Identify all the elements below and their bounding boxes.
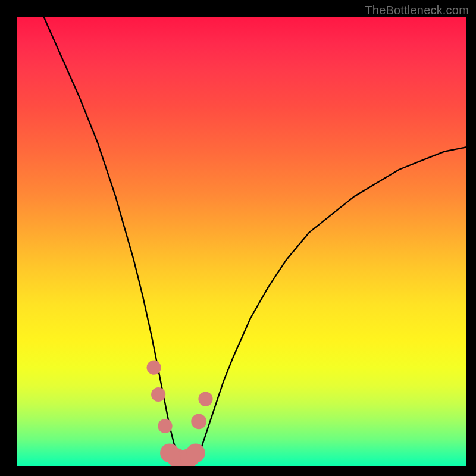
curve-marker xyxy=(158,419,172,433)
curve-markers xyxy=(147,361,213,466)
chart-frame: TheBottleneck.com xyxy=(0,0,476,476)
curve-marker xyxy=(198,392,212,406)
curve-layer xyxy=(17,17,466,466)
bottleneck-curve xyxy=(43,17,466,462)
plot-area xyxy=(17,17,466,466)
curve-marker xyxy=(186,443,205,462)
curve-marker xyxy=(147,361,161,375)
watermark-text: TheBottleneck.com xyxy=(365,4,469,17)
curve-marker xyxy=(191,414,206,430)
curve-marker xyxy=(151,387,165,402)
